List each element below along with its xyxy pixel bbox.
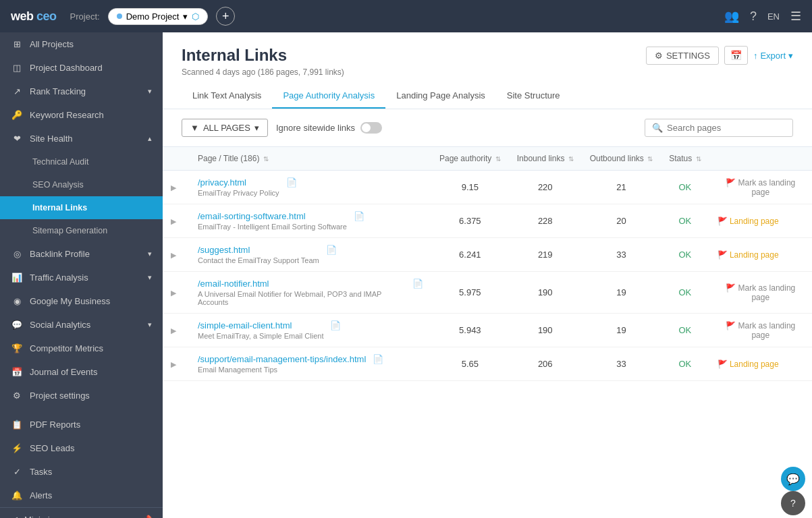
language-selector[interactable]: EN (767, 11, 780, 22)
page-url[interactable]: /simple-email-client.html (198, 320, 323, 330)
landing-page-badge[interactable]: 🚩 Landing page (718, 217, 779, 226)
filter-button[interactable]: ▼ ALL PAGES ▾ (182, 119, 268, 137)
chevron-icon: ▾ (148, 87, 152, 96)
leads-icon: ⚡ (11, 443, 23, 453)
sidebar-label: Competitor Metrics (30, 343, 103, 353)
sidebar-item-all-projects[interactable]: ⊞ All Projects (0, 32, 163, 56)
mark-landing-button[interactable]: 🚩 Mark as landing page (718, 321, 804, 340)
chevron-icon: ▾ (148, 273, 152, 282)
menu-icon[interactable]: ☰ (790, 9, 801, 24)
sidebar-item-technical-audit[interactable]: Technical Audit (0, 150, 163, 173)
page-authority: 5.943 (431, 314, 509, 347)
sidebar-item-site-health[interactable]: ❤ Site Health ▴ (0, 127, 163, 150)
page-title: Meet EmailTray, a Simple Email Client (198, 332, 323, 340)
sidebar-label: PDF Reports (30, 420, 80, 430)
outbound-links: 19 (582, 314, 661, 347)
add-project-button[interactable]: + (216, 7, 235, 26)
page-title: Internal Links (182, 46, 287, 65)
sidebar-item-internal-links[interactable]: Internal Links (0, 196, 163, 219)
landing-page-badge[interactable]: 🚩 Landing page (718, 359, 779, 369)
sidebar-label: Site Health (30, 134, 73, 144)
settings-button[interactable]: ⚙ SETTINGS (646, 47, 719, 65)
tab-site-structure[interactable]: Site Structure (496, 84, 571, 109)
sidebar-label: Social Analytics (30, 320, 90, 330)
sort-icon: ⇅ (696, 155, 701, 163)
sidebar-item-journal-of-events[interactable]: 📅 Journal of Events (0, 360, 163, 384)
page-title: EmailTray - Intelligent Email Sorting So… (198, 223, 347, 231)
project-label: Project: (70, 11, 100, 22)
table-row: ▶ /support/email-management-tips/index.h… (163, 347, 812, 381)
inbound-links: 220 (509, 171, 582, 204)
row-expand-icon[interactable]: ▶ (171, 326, 176, 335)
sidebar-item-tasks[interactable]: ✓ Tasks (0, 460, 163, 484)
page-url[interactable]: /email-notifier.html (198, 279, 406, 289)
sidebar-item-sitemap-generation[interactable]: Sitemap Generation (0, 219, 163, 242)
settings-icon: ⚙ (11, 391, 23, 401)
tab-page-authority[interactable]: Page Authority Analysis (272, 84, 385, 109)
sidebar-item-social-analytics[interactable]: 💬 Social Analytics ▾ (0, 313, 163, 337)
sidebar-label: SEO Leads (30, 443, 75, 453)
project-name: Demo Project (126, 11, 180, 22)
sidebar-item-alerts[interactable]: 🔔 Alerts (0, 484, 163, 507)
sidebar-item-pdf-reports[interactable]: 📋 PDF Reports (0, 413, 163, 436)
row-expand-icon[interactable]: ▶ (171, 183, 176, 192)
col-authority[interactable]: Page authority ⇅ (431, 147, 509, 171)
table-row: ▶ /simple-email-client.html Meet EmailTr… (163, 314, 812, 347)
row-expand-icon[interactable]: ▶ (171, 251, 176, 259)
page-doc-icon: 📄 (354, 211, 364, 221)
page-authority: 6.241 (431, 238, 509, 272)
sidebar-item-seo-analysis[interactable]: SEO Analysis (0, 173, 163, 196)
page-url[interactable]: /support/email-management-tips/index.htm… (198, 354, 366, 364)
sidebar-item-google-my-business[interactable]: ◉ Google My Business (0, 289, 163, 313)
sidebar-item-project-settings[interactable]: ⚙ Project settings (0, 384, 163, 407)
bell-icon: 🔔 (11, 490, 23, 500)
status-badge: OK (678, 250, 691, 260)
sidebar-item-rank-tracking[interactable]: ↗ Rank Tracking ▾ (0, 80, 163, 103)
toggle-switch[interactable] (360, 122, 382, 134)
project-selector[interactable]: Demo Project ▾ ⬡ (108, 8, 209, 25)
col-outbound[interactable]: Outbound links ⇅ (582, 147, 661, 171)
topnav-actions: 👥 ? EN ☰ (724, 9, 801, 24)
search-input[interactable] (667, 123, 786, 133)
sidebar-item-keyword-research[interactable]: 🔑 Keyword Research (0, 103, 163, 127)
sidebar-item-backlink-profile[interactable]: ◎ Backlink Profile ▾ (0, 242, 163, 266)
inbound-links: 228 (509, 204, 582, 238)
page-url[interactable]: /privacy.html (198, 177, 279, 188)
help-icon[interactable]: ? (750, 9, 757, 24)
sidebar-item-competitor-metrics[interactable]: 🏆 Competitor Metrics (0, 337, 163, 360)
tab-landing-page[interactable]: Landing Page Analysis (385, 84, 496, 109)
link-icon: ◎ (11, 249, 23, 259)
sidebar-item-project-dashboard[interactable]: ◫ Project Dashboard (0, 56, 163, 80)
tab-link-text[interactable]: Link Text Analysis (182, 84, 272, 109)
page-doc-icon: 📄 (373, 354, 383, 364)
sitewide-label: Ignore sitewide links (276, 123, 355, 133)
export-button[interactable]: ↑ Export ▾ (753, 51, 793, 61)
col-status[interactable]: Status ⇅ (661, 147, 709, 171)
sidebar-item-seo-leads[interactable]: ⚡ SEO Leads (0, 436, 163, 460)
chat-bubble[interactable]: 💬 (781, 467, 805, 491)
mark-landing-button[interactable]: 🚩 Mark as landing page (718, 178, 804, 197)
col-action (709, 147, 812, 171)
minimize-menu[interactable]: ◀ Minimize menu 📌 (0, 507, 163, 518)
sort-icon: ⇅ (647, 155, 653, 163)
help-button[interactable]: ? (781, 491, 805, 515)
calendar-button[interactable]: 📅 (724, 46, 748, 65)
col-page[interactable]: Page / Title (186) ⇅ (190, 147, 431, 171)
users-icon[interactable]: 👥 (724, 9, 739, 24)
page-url[interactable]: /email-sorting-software.html (198, 211, 347, 221)
calendar-icon: 📅 (730, 50, 742, 61)
row-expand-icon[interactable]: ▶ (171, 217, 176, 225)
sidebar-item-traffic-analysis[interactable]: 📊 Traffic Analysis ▾ (0, 266, 163, 289)
page-url[interactable]: /suggest.html (198, 245, 319, 255)
pdf-icon: 📋 (11, 420, 23, 430)
col-inbound[interactable]: Inbound links ⇅ (509, 147, 582, 171)
landing-page-badge[interactable]: 🚩 Landing page (718, 250, 779, 260)
row-expand-icon[interactable]: ▶ (171, 289, 176, 297)
chevron-left-icon: ◀ (11, 515, 18, 518)
sidebar: ⊞ All Projects ◫ Project Dashboard ↗ Ran… (0, 32, 163, 518)
settings-label: SETTINGS (666, 51, 710, 61)
mark-landing-button[interactable]: 🚩 Mark as landing page (718, 283, 804, 302)
page-title: Email Management Tips (198, 366, 366, 374)
action-cell: 🚩 Landing page (709, 347, 812, 381)
row-expand-icon[interactable]: ▶ (171, 360, 176, 368)
